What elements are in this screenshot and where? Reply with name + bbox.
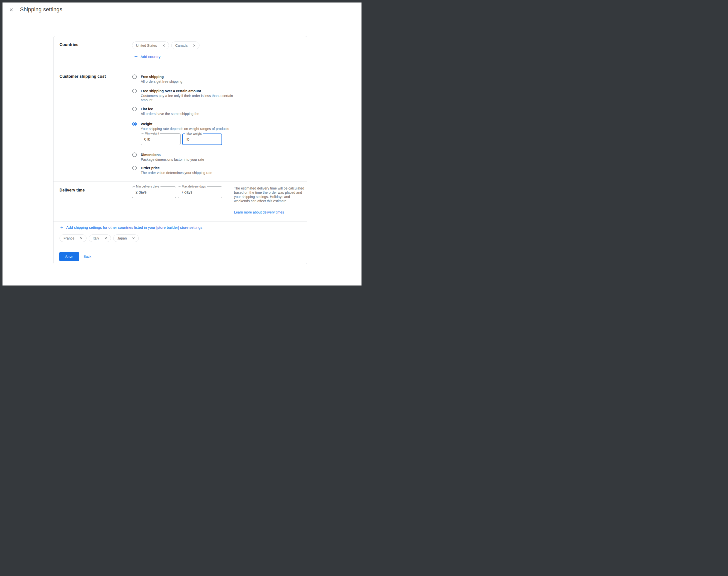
radio-icon[interactable] — [132, 75, 137, 79]
vertical-divider — [228, 186, 228, 214]
shipping-cost-label: Customer shipping cost — [59, 74, 106, 79]
dialog-header: Shipping settings — [2, 2, 361, 17]
chip-label: Japan — [117, 236, 127, 240]
shipping-cost-section: Customer shipping cost Free shipping All… — [54, 68, 307, 181]
other-countries-section: Add shipping settings for other countrie… — [54, 221, 307, 248]
option-description: Package dimensions factor into your rate — [141, 157, 204, 162]
save-button[interactable]: Save — [59, 252, 79, 261]
option-title: Flat fee — [141, 107, 199, 112]
max-delivery-days-label: Max delivery days — [180, 185, 207, 188]
remove-country-icon[interactable] — [80, 236, 83, 240]
chip-france[interactable]: France — [59, 234, 87, 242]
option-flat-fee[interactable]: Flat fee All orders have the same shippi… — [132, 107, 199, 116]
option-free-shipping[interactable]: Free shipping All orders get free shippi… — [132, 74, 182, 84]
add-country-label: Add country — [141, 55, 161, 59]
option-title: Dimensions — [141, 152, 204, 157]
radio-icon[interactable] — [132, 89, 137, 93]
page-title: Shipping settings — [20, 6, 62, 13]
chip-united-states[interactable]: United States — [132, 41, 169, 49]
chip-label: Italy — [93, 236, 99, 240]
max-delivery-days-field[interactable]: Max delivery days 7 days — [178, 186, 222, 198]
learn-more-link[interactable]: Learn more about delivery times — [234, 210, 284, 214]
radio-icon[interactable] — [132, 166, 137, 170]
option-title: Free shipping — [141, 74, 182, 79]
option-free-shipping-over-amount[interactable]: Free shipping over a certain amount Cust… — [132, 88, 236, 102]
max-delivery-days-value: 7 days — [181, 190, 192, 194]
other-country-chip-row: France Italy Japan — [59, 234, 141, 242]
option-weight[interactable]: Weight Your shipping rate depends on wei… — [132, 121, 229, 131]
min-delivery-days-label: Min delivery days — [135, 185, 161, 188]
plus-icon — [60, 226, 64, 229]
radio-icon[interactable] — [132, 152, 137, 157]
settings-card: Countries United States Canada — [53, 36, 307, 264]
chip-label: United States — [136, 44, 157, 48]
remove-country-icon[interactable] — [193, 44, 196, 47]
remove-country-icon[interactable] — [162, 44, 166, 47]
max-weight-value: lb — [186, 137, 190, 141]
radio-icon[interactable] — [132, 107, 137, 111]
option-description: All orders have the same shipping fee — [141, 112, 199, 116]
option-title: Free shipping over a certain amount — [141, 88, 236, 93]
chip-japan[interactable]: Japan — [113, 234, 139, 242]
radio-selected-icon[interactable] — [132, 122, 137, 126]
chip-label: France — [63, 236, 75, 240]
option-dimensions[interactable]: Dimensions Package dimensions factor int… — [132, 152, 204, 162]
delivery-time-section: Delivery time Min delivery days 2 days M… — [54, 181, 307, 221]
close-icon[interactable] — [8, 7, 14, 12]
option-order-price[interactable]: Order price The order value determines y… — [132, 166, 212, 175]
min-weight-field[interactable]: Min weight 0 lb — [141, 134, 180, 145]
option-description: Customers pay a fee only if their order … — [141, 94, 236, 102]
chip-italy[interactable]: Italy — [89, 234, 111, 242]
remove-country-icon[interactable] — [132, 236, 135, 240]
back-button[interactable]: Back — [84, 255, 91, 259]
min-delivery-days-value: 2 days — [136, 190, 146, 194]
delivery-estimate-note: The estimated delivery time will be calc… — [234, 186, 304, 203]
chip-canada[interactable]: Canada — [171, 41, 200, 49]
option-description: The order value determines your shipping… — [141, 171, 212, 175]
option-title: Weight — [141, 121, 229, 126]
chip-label: Canada — [175, 44, 187, 48]
option-title: Order price — [141, 166, 212, 171]
countries-section: Countries United States Canada — [54, 36, 307, 68]
add-other-countries-button[interactable]: Add shipping settings for other countrie… — [60, 225, 202, 230]
min-weight-label: Min weight — [144, 132, 160, 135]
max-weight-label: Max weight — [185, 132, 203, 136]
text-cursor — [186, 137, 186, 141]
delivery-time-label: Delivery time — [59, 188, 85, 193]
min-delivery-days-field[interactable]: Min delivery days 2 days — [132, 186, 176, 198]
plus-icon — [134, 55, 138, 58]
add-country-button[interactable]: Add country — [134, 54, 161, 59]
country-chip-row: United States Canada — [132, 41, 202, 49]
option-description: Your shipping rate depends on weight ran… — [141, 127, 229, 131]
min-weight-value: 0 lb — [144, 137, 150, 141]
countries-label: Countries — [59, 42, 79, 47]
max-weight-field[interactable]: Max weight lb — [182, 134, 222, 145]
option-description: All orders get free shipping — [141, 80, 182, 84]
add-other-countries-label: Add shipping settings for other countrie… — [66, 225, 202, 230]
footer-section: Save Back — [54, 248, 307, 264]
remove-country-icon[interactable] — [104, 236, 108, 240]
shipping-settings-dialog: Shipping settings Countries United State… — [2, 2, 361, 286]
